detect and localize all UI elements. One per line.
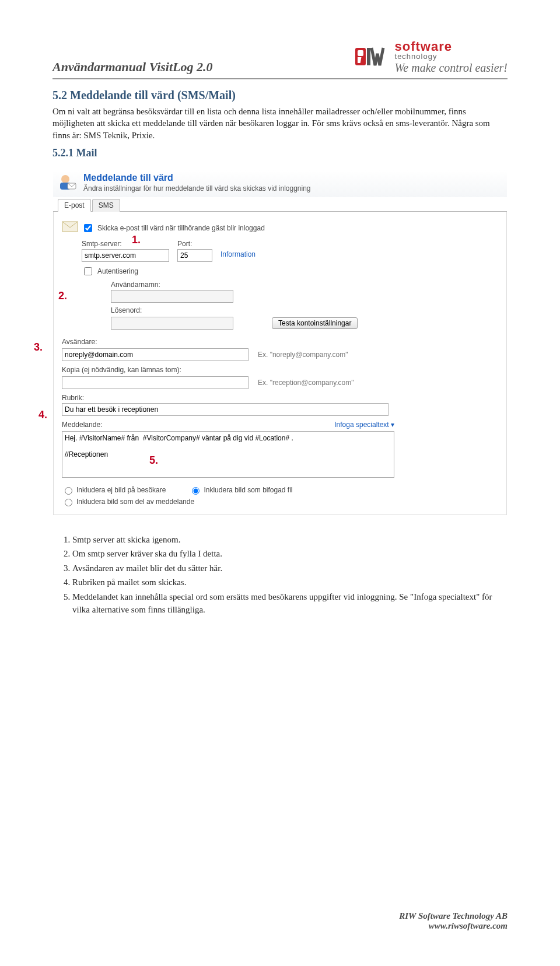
tab-epost[interactable]: E-post xyxy=(58,199,91,212)
logo-word2: technology xyxy=(395,53,508,60)
sender-input[interactable] xyxy=(62,348,249,361)
logo-tagline: We make control easier! xyxy=(395,61,508,75)
insert-special-link[interactable]: Infoga specialtext ▾ xyxy=(334,421,394,429)
user-label: Användarnamn: xyxy=(111,281,498,289)
message-textarea[interactable] xyxy=(62,431,394,478)
copy-hint: Ex. "reception@company.com" xyxy=(258,379,354,387)
envelope-icon xyxy=(62,220,78,233)
radio-inline-image[interactable]: Inkludera bild som del av meddelande xyxy=(62,497,498,506)
send-email-label: Skicka e-post till värd när tillhörande … xyxy=(97,224,265,232)
radio-no-image-label: Inkludera ej bild på besökare xyxy=(76,486,166,494)
radio-attach-image-label: Inkludera bild som bifogad fil xyxy=(204,486,292,494)
send-email-checkbox[interactable] xyxy=(84,224,92,232)
callout-4: 4. xyxy=(38,409,47,421)
manual-title: Användarmanual VisitLog 2.0 xyxy=(52,60,212,75)
auth-checkbox[interactable] xyxy=(84,267,92,275)
panel-title: Meddelande till värd xyxy=(83,173,311,183)
page-header: Användarmanual VisitLog 2.0 software tec… xyxy=(52,41,508,79)
callout-1: 1. xyxy=(132,234,141,246)
subject-input[interactable] xyxy=(62,403,388,416)
info-link[interactable]: Information xyxy=(220,250,256,258)
settings-panel: Meddelande till värd Ändra inställningar… xyxy=(52,170,508,516)
list-item: Avsändaren av mailet blir det du sätter … xyxy=(72,562,508,575)
pass-input[interactable] xyxy=(111,317,233,330)
smtp-label: Smtp-server: xyxy=(82,240,169,248)
radio-inline-image-label: Inkludera bild som del av meddelande xyxy=(76,498,194,506)
host-message-icon xyxy=(58,173,78,192)
list-item: Smtp server att skicka igenom. xyxy=(72,533,508,547)
svg-rect-1 xyxy=(358,50,363,56)
callout-5: 5. xyxy=(149,454,158,467)
svg-point-5 xyxy=(61,175,69,183)
tab-bar: E-post SMS xyxy=(53,198,507,212)
auth-label: Autentisering xyxy=(97,267,138,275)
sender-hint: Ex. "noreply@company.com" xyxy=(258,351,348,359)
radio-no-image[interactable]: Inkludera ej bild på besökare xyxy=(62,485,166,495)
user-input[interactable] xyxy=(111,290,233,303)
page-footer: RIW Software Technology AB www.riwsoftwa… xyxy=(399,911,508,931)
footer-company: RIW Software Technology AB xyxy=(399,911,508,921)
callout-2: 2. xyxy=(58,290,67,302)
section-body: Om ni valt att begränsa besöksvärdar til… xyxy=(52,106,508,141)
radio-no-image-input[interactable] xyxy=(65,487,72,495)
radio-inline-image-input[interactable] xyxy=(65,499,72,506)
port-input[interactable] xyxy=(177,249,212,262)
tab-sms[interactable]: SMS xyxy=(92,199,120,212)
svg-rect-4 xyxy=(367,48,370,65)
list-item: Meddelandet kan innehålla special ord so… xyxy=(72,590,508,617)
riw-logo: software technology We make control easi… xyxy=(355,41,508,75)
test-settings-button[interactable]: Testa kontoinställningar xyxy=(272,317,358,329)
subsection-heading: 5.2.1 Mail xyxy=(52,147,508,159)
subject-label: Rubrik: xyxy=(62,394,498,402)
sender-label: Avsändare: xyxy=(62,338,498,346)
riw-logo-icon xyxy=(355,46,393,70)
section-heading: 5.2 Meddelande till värd (SMS/Mail) xyxy=(52,89,508,102)
radio-attach-image[interactable]: Inkludera bild som bifogad fil xyxy=(189,485,292,495)
explanation-list: Smtp server att skicka igenom. Om smtp s… xyxy=(52,533,508,617)
footer-url: www.riwsoftware.com xyxy=(399,921,508,931)
callout-3: 3. xyxy=(34,341,43,354)
smtp-input[interactable] xyxy=(82,249,169,262)
logo-word1: software xyxy=(395,41,508,53)
panel-subtitle: Ändra inställningar för hur meddelande t… xyxy=(83,184,311,192)
pass-label: Lösenord: xyxy=(111,306,498,314)
list-item: Om smtp server kräver ska du fylla I det… xyxy=(72,547,508,561)
copy-label: Kopia (ej nödvändig, kan lämnas tom): xyxy=(62,366,498,374)
radio-attach-image-input[interactable] xyxy=(192,487,200,495)
copy-input[interactable] xyxy=(62,376,249,389)
list-item: Rubriken på mailet som skickas. xyxy=(72,576,508,589)
panel-header: Meddelande till värd Ändra inställningar… xyxy=(53,170,507,197)
port-label: Port: xyxy=(177,240,212,248)
message-label: Meddelande: xyxy=(62,421,102,429)
